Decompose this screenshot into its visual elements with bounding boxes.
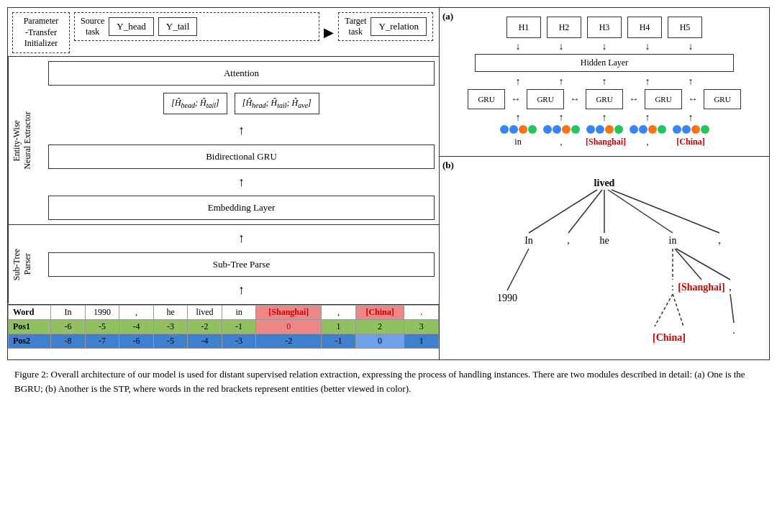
- gru-4: GRU: [645, 89, 682, 109]
- word-china: [China]: [672, 137, 709, 147]
- formula-row: [Ĥhead; Ĥtail] [Ĥhead; Ĥtail; Ĥave]: [48, 90, 435, 117]
- h-nodes-row: H1 H2 H3 H4 H5: [506, 17, 702, 38]
- word-shanghai: [Shanghai]: [586, 137, 623, 147]
- subtree-label: Sub-TreeParser: [8, 225, 44, 303]
- hidden-layer-box: Hidden Layer: [475, 54, 734, 72]
- h5-node: H5: [668, 17, 702, 38]
- gru-nodes-row: GRU ↔ GRU ↔ GRU ↔ GRU ↔ GRU: [468, 89, 741, 109]
- svg-line-1: [529, 190, 597, 233]
- svg-text:1990: 1990: [497, 293, 517, 303]
- up-arrow-3: ↑: [48, 231, 435, 247]
- target-task-group: Targettask Y_relation: [338, 12, 433, 41]
- word-row: Word In 1990 , he lived in [Shanghai] , …: [9, 305, 439, 319]
- attention-box: Attention: [48, 61, 435, 86]
- embedding-box: Embedding Layer: [48, 196, 435, 220]
- circle-group-3: [586, 125, 623, 134]
- source-task-label: Sourcetask: [81, 16, 104, 37]
- right-label-b: (b): [442, 160, 454, 171]
- circle-group-5: [672, 125, 709, 134]
- svg-text:he: he: [599, 235, 609, 246]
- target-task-label: Targettask: [345, 16, 366, 37]
- y-relation-box: Y_relation: [371, 17, 427, 36]
- circle-group-1: [499, 125, 537, 134]
- h3-node: H3: [587, 17, 622, 38]
- svg-text:,: ,: [718, 235, 721, 246]
- dashed-arrow: ▶: [324, 24, 334, 40]
- word-comma2: ,: [629, 137, 666, 147]
- gru-diagram: H1 H2 H3 H4 H5 ↓ ↓ ↓ ↓ ↓: [445, 12, 763, 152]
- gru-arrow-4: ↔: [688, 93, 698, 105]
- caption-text: Overall architecture of our model is use…: [14, 369, 745, 394]
- right-panel: (a) H1 H2 H3 H4 H5 ↓ ↓ ↓ ↓: [440, 8, 769, 359]
- svg-text:[China]: [China]: [653, 332, 686, 343]
- gru-arrow-3: ↔: [629, 93, 639, 105]
- figure-container: Parameter-TransferInitializer Sourcetask…: [7, 7, 770, 403]
- figure-caption: Figure 2: Overall architecture of our mo…: [7, 360, 770, 403]
- word-labels-row: in , [Shanghai] , [China]: [499, 137, 709, 147]
- svg-line-17: [676, 249, 730, 280]
- subtree-section: Sub-TreeParser ↑ Sub-Tree Parse ↑: [8, 224, 439, 303]
- svg-line-19: [655, 294, 673, 326]
- gru-3: GRU: [586, 89, 623, 109]
- embedding-circles-row: [499, 125, 709, 134]
- svg-line-22: [730, 294, 734, 323]
- right-top: (a) H1 H2 H3 H4 H5 ↓ ↓ ↓ ↓: [440, 8, 769, 157]
- up-arrow-2: ↑: [48, 175, 435, 191]
- subtree-parse-box: Sub-Tree Parse: [48, 252, 435, 277]
- circle-group-4: [629, 125, 666, 134]
- right-label-a: (a): [442, 11, 453, 22]
- neural-blocks: Attention [Ĥhead; Ĥtail] [Ĥhead; Ĥtail; …: [44, 57, 439, 225]
- svg-text:.: .: [732, 325, 735, 336]
- svg-text:In: In: [524, 235, 533, 246]
- gru-1: GRU: [468, 89, 505, 109]
- word-table-section: Word In 1990 , he lived in [Shanghai] , …: [8, 304, 439, 349]
- word-table: Word In 1990 , he lived in [Shanghai] , …: [8, 305, 439, 349]
- parse-tree-container: lived In , he: [445, 168, 763, 355]
- param-transfer-box: Parameter-TransferInitializer: [12, 12, 70, 53]
- source-task-group: Sourcetask Y_head Y_tail: [74, 12, 319, 41]
- gru-5: GRU: [704, 89, 741, 109]
- svg-text:[Shanghai]: [Shanghai]: [678, 282, 724, 293]
- y-tail-box: Y_tail: [158, 17, 198, 36]
- up-arrow-4: ↑: [48, 283, 435, 298]
- svg-text:,: ,: [567, 235, 570, 246]
- top-row: Parameter-TransferInitializer Sourcetask…: [8, 8, 439, 56]
- svg-line-4: [608, 190, 673, 233]
- entity-wise-section: Entity-WiseNeural Extractor Attention [Ĥ…: [8, 56, 439, 225]
- left-panel: Parameter-TransferInitializer Sourcetask…: [8, 8, 440, 359]
- word-in: in: [499, 137, 537, 147]
- pos2-row: Pos2 -8-7-6-5-4-3-2-1 0 1: [9, 334, 439, 348]
- main-diagram: Parameter-TransferInitializer Sourcetask…: [7, 7, 770, 360]
- gru-arrow-1: ↔: [511, 93, 521, 105]
- word-comma1: ,: [542, 137, 580, 147]
- right-bottom: (b) lived: [440, 157, 769, 359]
- svg-line-15: [675, 249, 701, 280]
- svg-text:lived: lived: [594, 178, 615, 188]
- svg-text::: :: [671, 282, 674, 293]
- subtree-blocks: ↑ Sub-Tree Parse ↑: [44, 225, 439, 303]
- svg-text:in: in: [669, 235, 677, 246]
- h1-node: H1: [506, 17, 541, 38]
- parse-tree-svg: lived In , he: [464, 168, 745, 355]
- formula2-box: [Ĥhead; Ĥtail; Ĥave]: [235, 93, 319, 114]
- gru-2: GRU: [527, 89, 564, 109]
- h2-node: H2: [547, 17, 581, 38]
- pos1-row: Pos1 -6-5-4-3-2-1 0 123: [9, 319, 439, 334]
- formula1-box: [Ĥhead; Ĥtail]: [163, 93, 227, 114]
- gru-arrow-2: ↔: [570, 93, 580, 105]
- y-head-box: Y_head: [109, 17, 153, 36]
- circle-group-2: [542, 125, 580, 134]
- figure-num: Figure 2:: [14, 369, 48, 380]
- bgru-box: Bidirectional GRU: [48, 145, 435, 169]
- svg-line-5: [612, 190, 719, 233]
- svg-text:,: ,: [729, 282, 732, 293]
- entity-wise-label: Entity-WiseNeural Extractor: [8, 57, 44, 225]
- svg-line-20: [673, 294, 683, 326]
- svg-line-11: [507, 249, 529, 290]
- svg-line-2: [568, 190, 602, 233]
- h4-node: H4: [627, 17, 662, 38]
- up-arrow-1: ↑: [48, 123, 435, 139]
